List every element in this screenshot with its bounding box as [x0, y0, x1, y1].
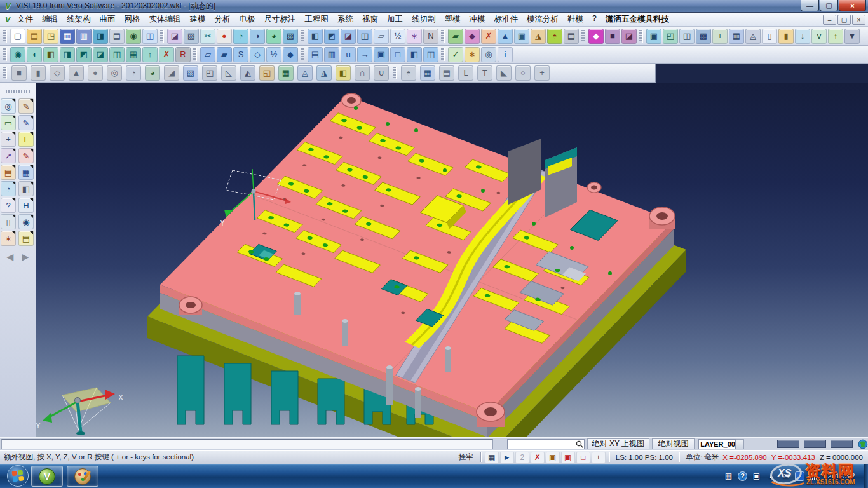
menu-item-20[interactable]: 鞋模: [563, 13, 588, 26]
roof-solid[interactable]: ◭: [240, 65, 255, 81]
extend-surface[interactable]: →: [357, 47, 372, 62]
step-block[interactable]: ▤: [439, 65, 454, 81]
copy-document[interactable]: ▯: [762, 29, 777, 44]
prism-primitive[interactable]: ◇: [50, 65, 65, 81]
box-delete-mode[interactable]: ▣: [561, 452, 575, 463]
color-swatch-2[interactable]: [804, 440, 826, 448]
fillet-surface[interactable]: u: [341, 47, 356, 62]
history-forward[interactable]: ▶: [20, 251, 31, 262]
query-info[interactable]: ?: [1, 198, 16, 213]
snapshot-view[interactable]: ◉: [18, 214, 34, 229]
patch-surface[interactable]: ▣: [374, 47, 389, 62]
curvature-analysis[interactable]: ◆: [465, 29, 480, 44]
mirror-solid[interactable]: ◫: [679, 29, 695, 44]
sweep-solid[interactable]: ◮: [316, 65, 332, 81]
delete-trash[interactable]: ▯: [1, 214, 16, 229]
trim-solid[interactable]: ◪: [93, 47, 108, 62]
box-primitive[interactable]: ■: [11, 65, 27, 81]
render-photo[interactable]: ▣: [514, 29, 529, 44]
direction-analysis[interactable]: ▰: [448, 29, 463, 44]
open-cube[interactable]: ◰: [202, 65, 217, 81]
delete-mode[interactable]: ✗: [531, 452, 545, 463]
undercut-check[interactable]: ◮: [531, 29, 546, 44]
menu-item-9[interactable]: 电极: [235, 13, 260, 26]
sphere-primitive[interactable]: ●: [88, 65, 103, 81]
cylinder-primitive[interactable]: ▮: [31, 65, 46, 81]
menu-item-2[interactable]: 编辑: [37, 13, 62, 26]
shade-surface[interactable]: ◧: [308, 29, 323, 44]
mesh-surface[interactable]: ◇: [250, 47, 265, 62]
view-orientation-select[interactable]: 绝对 XY 上视图: [587, 438, 650, 449]
show-desktop-button[interactable]: [864, 464, 868, 488]
mdi-minimize-button[interactable]: –: [823, 15, 836, 25]
magenta-feature[interactable]: ◆: [588, 29, 604, 44]
move-solid[interactable]: ▩: [696, 29, 711, 44]
feature-trim[interactable]: ◪: [621, 29, 637, 44]
keyboard-icon[interactable]: ▦: [723, 471, 734, 481]
arch-block[interactable]: ∩: [355, 65, 370, 81]
shell-solid[interactable]: ◖: [27, 47, 42, 62]
layer-compare[interactable]: ▤: [564, 29, 579, 44]
untrim-surface[interactable]: □: [390, 47, 405, 62]
sheet-solid[interactable]: ◺: [221, 65, 236, 81]
ucs-arrows[interactable]: ↗: [1, 148, 16, 163]
slot-block[interactable]: ∪: [374, 65, 389, 81]
sketch-edit[interactable]: ✎: [18, 98, 34, 114]
strip-delete[interactable]: ✗: [481, 29, 496, 44]
open-drawing[interactable]: ◳: [43, 29, 58, 44]
replace-face[interactable]: R: [175, 47, 191, 62]
box-select-mode[interactable]: □: [576, 452, 590, 463]
toolbar-grip[interactable]: [301, 48, 304, 61]
press-insert[interactable]: ▼: [844, 29, 860, 44]
push-face[interactable]: ↑: [142, 47, 158, 62]
print[interactable]: ▤: [109, 29, 125, 44]
cursor-mode[interactable]: ►: [500, 452, 514, 463]
surface-light[interactable]: ∗: [465, 47, 480, 62]
cut-solid[interactable]: ◩: [76, 47, 92, 62]
yellow-cube[interactable]: ◧: [336, 65, 351, 81]
save-copy[interactable]: ◨: [93, 29, 108, 44]
draft-analysis[interactable]: ▲: [498, 29, 513, 44]
ortho-mode[interactable]: 2: [515, 452, 529, 463]
menu-item-6[interactable]: 实体编辑: [145, 13, 186, 26]
taskbar-app-visi[interactable]: V: [31, 466, 63, 487]
surface-grid[interactable]: ▦: [18, 165, 34, 180]
wedge-primitive[interactable]: ◢: [164, 65, 179, 81]
help-center-icon[interactable]: ?: [738, 471, 747, 481]
orange-cube[interactable]: ◱: [259, 65, 275, 81]
cage-solid[interactable]: ▦: [278, 65, 294, 81]
status-expand[interactable]: +: [592, 452, 606, 463]
paste-clipboard[interactable]: ▮: [778, 29, 794, 44]
drop-entity[interactable]: ↓: [795, 29, 810, 44]
box-create-mode[interactable]: ▣: [546, 452, 560, 463]
viewport-3d[interactable]: Y X Y: [36, 83, 868, 437]
delete-face[interactable]: ✗: [159, 47, 174, 62]
view-document[interactable]: ▧: [184, 29, 199, 44]
taskbar-app-paint[interactable]: [67, 466, 98, 487]
shade-zebra[interactable]: ◪: [341, 29, 356, 44]
export-document[interactable]: ▤: [18, 231, 34, 246]
curvature-dome[interactable]: ◓: [547, 29, 562, 44]
surface-info[interactable]: ◎: [481, 47, 496, 62]
menu-item-21[interactable]: ?: [588, 13, 601, 26]
lock-toggle[interactable]: 拴牢: [455, 452, 477, 462]
pin-points[interactable]: ∗: [1, 231, 16, 246]
search-gear[interactable]: ±: [1, 132, 16, 147]
globe-icon[interactable]: [858, 439, 868, 449]
surface-report[interactable]: i: [498, 47, 513, 62]
visibility-cut[interactable]: ✂: [200, 29, 215, 44]
menu-item-19[interactable]: 模流分析: [522, 13, 563, 26]
shade-edges[interactable]: ◩: [324, 29, 339, 44]
sidebar-grip[interactable]: [6, 90, 30, 93]
color-swatch-1[interactable]: [777, 440, 799, 448]
menu-item-10[interactable]: 尺寸标注: [260, 13, 301, 26]
menu-item-18[interactable]: 标准件: [490, 13, 523, 26]
hole-sphere[interactable]: ◕: [145, 65, 160, 81]
save[interactable]: ▦: [60, 29, 75, 44]
ring-block[interactable]: ○: [515, 65, 531, 81]
extract-face[interactable]: ◧: [43, 47, 58, 62]
bend-solid[interactable]: ◨: [60, 47, 75, 62]
l-block[interactable]: L: [458, 65, 473, 81]
join-surface[interactable]: ◫: [423, 47, 438, 62]
grid-snap-toggle[interactable]: ▦: [485, 452, 499, 463]
